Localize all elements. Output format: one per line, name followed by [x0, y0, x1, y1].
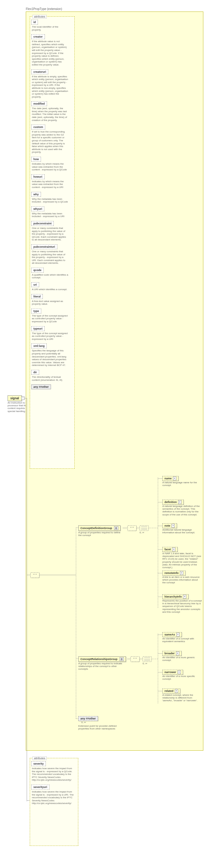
expand-icon[interactable]: +: [173, 476, 176, 480]
element-desc: Represents the position of a concept in …: [162, 599, 202, 613]
attr-name: howuri: [31, 174, 44, 179]
concept-relationships-group[interactable]: ConceptRelationshipsGroup ⊞: [78, 656, 126, 662]
expand-icon[interactable]: +: [178, 500, 181, 504]
attr-desc: If the attribute value is not defined, s…: [32, 40, 68, 66]
element-sameAs[interactable]: sameAs+: [162, 632, 182, 637]
attr-desc: The date (and, optionally, the time) whe…: [32, 107, 68, 122]
cdg-choice: [140, 525, 149, 531]
attr-name: custom: [31, 125, 45, 129]
element-broader[interactable]: broader+: [162, 651, 181, 656]
cdg-expand-icon[interactable]: ⊞: [114, 526, 118, 530]
expand-icon[interactable]: +: [183, 595, 186, 598]
element-hierarchyInfo[interactable]: hierarchyInfo+: [162, 594, 188, 599]
any-other-label: any ##other: [81, 717, 96, 720]
attr-item: idThe local identifier of the property.: [31, 20, 73, 31]
expand-icon[interactable]: +: [178, 670, 181, 674]
severity-panel-title: attributes: [32, 756, 47, 760]
attr-desc: One or many constraints that apply to pu…: [32, 227, 68, 241]
expand-icon[interactable]: +: [175, 689, 178, 693]
attr-item: howuriIndicates by which means the value…: [31, 174, 73, 189]
attr-desc: If the attribute is empty, specifies whi…: [32, 75, 68, 98]
element-note[interactable]: note+: [162, 523, 177, 528]
attr-name: pubconstrainturi: [31, 244, 57, 249]
attr-item: severityuriIndicates how severe the impa…: [31, 785, 77, 805]
attr-name: severity: [31, 761, 46, 766]
attr-desc: Why the metadata has been included - exp…: [32, 198, 68, 204]
element-label: related: [164, 689, 174, 692]
cdg-sequence: [127, 525, 137, 531]
attr-item: creatorIf the attribute value is not def…: [31, 34, 73, 66]
diagram-canvas: signal − An instruction to the processor…: [0, 0, 210, 868]
attr-desc: A URI which identifies a concept.: [32, 288, 68, 291]
attr-name: uri: [31, 282, 39, 287]
attr-item: pubconstrainturiOne or many constraints …: [31, 244, 73, 265]
element-label: broader: [164, 652, 175, 655]
attr-item: severityIndicates how severe the impact …: [31, 761, 77, 782]
attr-item: dirThe directionality of textual content…: [31, 370, 73, 381]
attr-item: typeThe type of the concept assigned as …: [31, 309, 73, 323]
element-desc: An identifier of a more specific concept…: [162, 675, 202, 680]
attr-desc: Indicates by which means the value was e…: [32, 162, 68, 171]
element-remoteInfo[interactable]: remoteInfo+: [162, 570, 185, 576]
element-desc: An identifier of a concept with equivale…: [162, 637, 202, 643]
attr-item: pubconstraintOne or many constraints tha…: [31, 221, 73, 241]
attr-name: creatoruri: [31, 69, 48, 74]
attr-desc: A qualified code which identifies a conc…: [32, 274, 68, 279]
any-other-desc: Extension point for provider-defined pro…: [78, 724, 124, 730]
element-desc: A related concept, where the relationshi…: [162, 694, 202, 702]
element-related[interactable]: related+: [162, 688, 180, 693]
expand-icon[interactable]: +: [172, 548, 175, 551]
attr-name: literal: [31, 294, 43, 299]
attr-item: qcodeA qualified code which identifies a…: [31, 268, 73, 279]
expand-icon[interactable]: +: [180, 571, 183, 575]
attr-desc: The directionality of textual content (e…: [32, 376, 68, 381]
crg-card: 0..∞: [143, 662, 147, 665]
crg-sequence: [130, 656, 140, 662]
attr-name: severityuri: [31, 785, 50, 789]
main-sequence: [30, 572, 39, 578]
cdg-desc: A group of properties required to define…: [78, 531, 121, 537]
element-label: narrower: [164, 671, 176, 674]
attr-any-other: any ##other: [31, 384, 51, 389]
attr-name: type: [31, 309, 41, 313]
attr-name: creator: [31, 34, 45, 39]
attr-desc: One or many constraints that apply to pu…: [32, 250, 68, 265]
element-desc: Additional natural language information …: [162, 528, 202, 534]
attr-name: whyuri: [31, 207, 44, 211]
attr-name: qcode: [31, 268, 44, 273]
expand-icon[interactable]: +: [172, 524, 175, 528]
element-label: definition: [164, 500, 177, 503]
extension-title: Flex1PropType (extension): [26, 7, 62, 10]
attr-item: whyuriWhy the metadata has been included…: [31, 207, 73, 218]
attr-item: howIndicates by which means the value wa…: [31, 157, 73, 171]
attr-name: how: [31, 157, 41, 162]
concept-definition-group[interactable]: ConceptDefinitionGroup ⊞: [78, 525, 120, 531]
element-definition[interactable]: definition+: [162, 500, 184, 504]
element-desc: A link to an item or a web resource whic…: [162, 576, 202, 584]
element-narrower[interactable]: narrower+: [162, 670, 183, 675]
crg-label: ConceptRelationshipsGroup: [81, 658, 117, 661]
attr-name: modified: [31, 101, 47, 106]
attr-desc: A free-text value assigned as property v…: [32, 300, 68, 306]
attributes-panel: attributes idThe local identifier of the…: [30, 17, 74, 469]
attr-name: why: [31, 192, 41, 197]
attr-desc: The local identifier of the property.: [32, 26, 68, 31]
element-name[interactable]: name+: [162, 476, 178, 481]
root-label: signal: [10, 397, 19, 400]
any-other-card: 0..∞: [81, 721, 86, 724]
attr-name: typeuri: [31, 326, 44, 331]
element-desc: A natural language name for the concept.: [162, 481, 202, 487]
attr-item: typeuriThe type of the concept assigned …: [31, 326, 73, 341]
attr-name: id: [31, 20, 38, 25]
attr-item: xml:langSpecifies the language of this p…: [31, 343, 73, 367]
element-facet[interactable]: facet+: [162, 547, 178, 552]
element-label: hierarchyInfo: [164, 595, 182, 598]
attr-item: literalA free-text value assigned as pro…: [31, 294, 73, 306]
root-element[interactable]: signal: [8, 395, 22, 401]
element-label: sameAs: [164, 633, 175, 636]
cdg-label: ConceptDefinitionGroup: [81, 527, 112, 530]
crg-expand-icon[interactable]: ⊞: [120, 657, 124, 661]
expand-icon[interactable]: +: [176, 633, 180, 637]
expand-icon[interactable]: +: [176, 652, 179, 655]
attr-name: pubconstraint: [31, 221, 54, 226]
